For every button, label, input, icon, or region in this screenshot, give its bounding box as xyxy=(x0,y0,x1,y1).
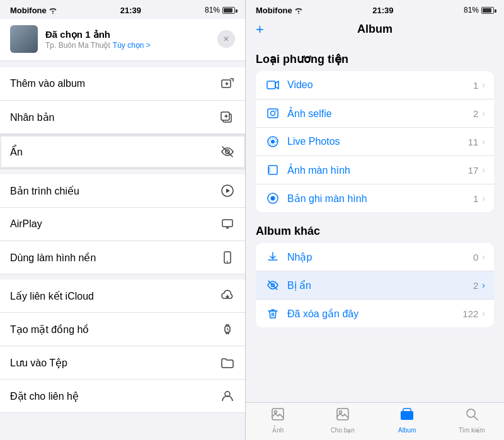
svg-point-11 xyxy=(298,13,299,14)
right-panel: Mobifone 21:39 81% + Album Loại phương t… xyxy=(246,0,504,440)
tab-photos-label: Ảnh xyxy=(272,427,284,434)
screen-record-icon xyxy=(265,192,281,205)
tab-albums-label: Album xyxy=(398,427,416,434)
right-battery-area: 81% xyxy=(464,6,494,14)
svg-rect-23 xyxy=(272,409,284,420)
tab-photos[interactable]: Ảnh xyxy=(246,403,311,437)
section-other-albums: Album khác xyxy=(256,215,494,243)
photos-tab-icon xyxy=(270,407,285,426)
menu-item-add-album[interactable]: Thêm vào album xyxy=(0,67,245,101)
airplay-icon xyxy=(220,217,235,232)
media-type-list: Video 1 › Ảnh selfie 2 › xyxy=(256,71,494,212)
tab-search[interactable]: Tìm kiếm xyxy=(440,403,505,437)
tuy-chon-link[interactable]: Tùy chọn > xyxy=(113,41,151,50)
menu-item-save-file[interactable]: Lưu vào Tệp xyxy=(0,346,245,380)
album-row-selfie[interactable]: Ảnh selfie 2 › xyxy=(256,99,494,128)
tab-albums[interactable]: Album xyxy=(375,403,440,437)
icloud-icon xyxy=(220,288,235,303)
album-row-screen-record[interactable]: Bản ghi màn hình 1 › xyxy=(256,184,494,212)
svg-rect-13 xyxy=(268,109,278,118)
add-to-album-icon xyxy=(220,76,235,91)
tab-for-you-label: Cho bạn xyxy=(331,427,355,434)
add-album-button[interactable]: + xyxy=(256,21,264,38)
trash-icon xyxy=(265,307,281,320)
svg-point-14 xyxy=(271,111,275,116)
selfie-icon xyxy=(265,107,281,120)
play-icon xyxy=(220,183,235,198)
left-panel: Mobifone 21:39 81% Đã chọn 1 ảnh Tp. Buô… xyxy=(0,0,246,440)
album-content: Loại phương tiện Video 1 › xyxy=(246,42,504,402)
menu-item-wallpaper[interactable]: Dùng làm hình nền xyxy=(0,241,245,274)
album-row-screenshot[interactable]: Ảnh màn hình 17 › xyxy=(256,156,494,184)
left-battery-icon xyxy=(222,7,235,14)
screenshot-icon xyxy=(265,164,281,176)
right-status-bar: Mobifone 21:39 81% xyxy=(246,0,504,19)
live-photos-chevron: › xyxy=(482,137,485,147)
folder-icon xyxy=(220,355,235,370)
watch-icon xyxy=(220,322,235,337)
hidden-icon xyxy=(265,279,281,291)
video-icon xyxy=(265,79,281,91)
live-photos-icon xyxy=(265,135,281,148)
selected-photo-thumbnail xyxy=(10,25,38,53)
right-header: + Album xyxy=(246,19,504,42)
menu-item-watch[interactable]: Tạo mặt đồng hồ xyxy=(0,313,245,346)
tab-for-you[interactable]: Cho bạn xyxy=(311,403,375,437)
header-info: Đã chọn 1 ảnh Tp. Buôn Ma Thuột Tùy chọn… xyxy=(45,29,210,50)
album-page-title: Album xyxy=(357,23,392,36)
svg-point-26 xyxy=(339,411,341,414)
menu-list: Thêm vào album Nhân bản Ẩn xyxy=(0,61,245,440)
album-row-video[interactable]: Video 1 › xyxy=(256,71,494,99)
divider-1 xyxy=(0,169,245,174)
svg-point-0 xyxy=(52,13,54,14)
menu-item-slideshow[interactable]: Bản trình chiếu xyxy=(0,174,245,208)
menu-item-airplay[interactable]: AirPlay xyxy=(0,208,245,241)
albums-tab-icon xyxy=(399,407,415,426)
svg-point-24 xyxy=(275,411,277,414)
album-row-deleted[interactable]: Đã xóa gần đây 122 › xyxy=(256,300,494,327)
tab-bar: Ảnh Cho bạn Album xyxy=(246,402,504,440)
deleted-chevron: › xyxy=(482,308,485,319)
duplicate-icon xyxy=(220,110,235,125)
svg-rect-12 xyxy=(267,81,275,89)
for-you-tab-icon xyxy=(335,407,350,426)
left-status-bar: Mobifone 21:39 81% xyxy=(0,0,245,19)
album-row-live-photos[interactable]: Live Photos 11 › xyxy=(256,128,494,156)
other-albums-list: Nhập 0 › Bị ẩn 2 › xyxy=(256,243,494,327)
import-chevron: › xyxy=(482,252,485,262)
svg-rect-25 xyxy=(337,409,348,420)
menu-item-icloud[interactable]: Lấy liên kết iCloud xyxy=(0,279,245,313)
video-chevron: › xyxy=(482,80,485,90)
screenshot-chevron: › xyxy=(482,165,485,175)
divider-2 xyxy=(0,274,245,279)
left-time: 21:39 xyxy=(120,6,141,15)
svg-point-15 xyxy=(275,110,277,111)
search-tab-icon xyxy=(464,407,479,426)
svg-point-17 xyxy=(271,140,275,144)
right-carrier: Mobifone xyxy=(256,6,302,15)
import-icon xyxy=(265,251,281,263)
hidden-chevron: › xyxy=(482,280,485,290)
right-battery-icon xyxy=(481,7,494,14)
location-text: Tp. Buôn Ma Thuột xyxy=(45,41,110,50)
section-media-type: Loại phương tiện xyxy=(256,42,494,71)
left-header: Đã chọn 1 ảnh Tp. Buôn Ma Thuột Tùy chọn… xyxy=(0,19,245,61)
album-row-hidden[interactable]: Bị ẩn 2 › xyxy=(256,271,494,300)
header-subtitle: Tp. Buôn Ma Thuột Tùy chọn > xyxy=(45,41,210,50)
wifi-icon xyxy=(49,6,57,14)
hide-icon xyxy=(220,144,235,159)
svg-point-21 xyxy=(271,196,275,201)
selfie-chevron: › xyxy=(482,108,485,118)
album-row-import[interactable]: Nhập 0 › xyxy=(256,243,494,271)
menu-item-hide[interactable]: Ẩn xyxy=(0,134,245,169)
svg-rect-6 xyxy=(222,220,232,227)
selected-count-label: Đã chọn 1 ảnh xyxy=(45,29,210,40)
svg-point-8 xyxy=(227,261,228,262)
close-button[interactable] xyxy=(217,30,235,48)
left-carrier: Mobifone xyxy=(10,6,57,15)
menu-item-contact[interactable]: Đặt cho liên hệ xyxy=(0,380,245,413)
phone-icon xyxy=(220,250,235,265)
menu-item-duplicate[interactable]: Nhân bản xyxy=(0,101,245,134)
left-battery-area: 81% xyxy=(205,6,235,14)
screen-record-chevron: › xyxy=(482,193,485,203)
